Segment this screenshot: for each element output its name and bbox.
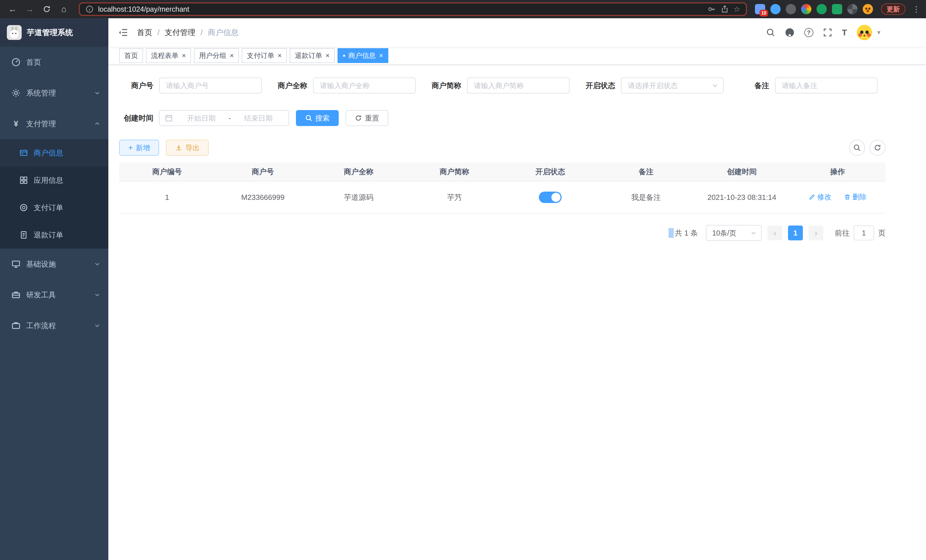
close-icon[interactable]: × [325,51,330,60]
filter-status: 开启状态 请选择开启状态 [581,77,723,94]
sidebar-item-system[interactable]: 系统管理 [0,77,108,108]
extension-icon-green-circle[interactable] [817,4,827,14]
filter-label: 商户号 [119,81,153,91]
close-icon[interactable]: × [182,51,186,60]
share-icon[interactable] [720,5,729,14]
sidebar-item-pay-orders[interactable]: 支付订单 [0,194,108,221]
search-icon[interactable] [766,28,775,37]
extension-icon-green-square[interactable] [832,4,842,14]
extension-icon-grid[interactable]: 10 [755,4,765,14]
sidebar-item-app-info[interactable]: 应用信息 [0,166,108,194]
page-number-button[interactable]: 1 [788,226,803,241]
refresh-table-button[interactable] [870,140,885,156]
link-label: 删除 [852,192,867,201]
filter-row-1: 商户号 商户全称 商户简称 开启状态 请选择开启状态 [119,77,885,94]
site-info-icon[interactable] [86,5,94,13]
user-avatar[interactable] [857,25,872,40]
close-icon[interactable]: × [230,51,234,60]
breadcrumb-payment[interactable]: 支付管理 [165,27,195,38]
extension-icon-gray[interactable] [786,4,796,14]
tab-refund-orders[interactable]: 退款订单 × [290,48,335,63]
tab-pay-orders[interactable]: 支付订单 × [242,48,287,63]
sidebar-item-label: 支付订单 [34,203,63,213]
full-name-input[interactable] [313,77,416,94]
extension-icon-pinwheel[interactable] [847,4,858,14]
sidebar-item-label: 系统管理 [26,88,88,98]
breadcrumb-current: 商户信息 [208,27,239,38]
tab-label: 首页 [124,51,138,60]
status-toggle[interactable] [539,192,561,203]
sidebar: 芋道管理系统 首页 系统管理 ¥ 支付管理 商户信息 [0,18,108,560]
bookmark-star-icon[interactable]: ☆ [734,5,740,14]
sidebar-item-label: 支付管理 [26,119,88,129]
github-icon[interactable] [785,28,794,37]
prev-page-button[interactable]: ‹ [767,226,782,241]
avatar-caret-icon[interactable]: ▾ [877,29,881,36]
cell-operations: 修改 删除 [790,182,885,213]
tab-home[interactable]: 首页 [119,48,143,63]
page-size-select[interactable]: 10条/页 [706,225,762,241]
date-separator: - [228,114,231,122]
goto-page-input[interactable] [853,226,874,241]
date-start-placeholder: 开始日期 [176,114,226,123]
address-bar[interactable]: localhost:1024/pay/merchant ☆ [79,2,747,16]
total-count: 共 1 条 [675,228,698,238]
button-label: 重置 [365,114,379,123]
delete-link[interactable]: 删除 [844,192,867,201]
show-search-toggle-button[interactable] [849,140,865,156]
password-key-icon[interactable] [707,5,716,14]
filter-label: 创建时间 [119,113,153,123]
browser-menu-icon[interactable]: ⋮ [912,5,920,14]
sidebar-item-merchant-info[interactable]: 商户信息 [0,139,108,166]
help-icon[interactable]: ? [804,28,813,37]
sidebar-item-workflow[interactable]: 工作流程 [0,310,108,341]
export-button[interactable]: 导出 [166,140,209,156]
search-button[interactable]: 搜索 [296,110,339,126]
col-header: 创建时间 [694,162,790,182]
chrome-update-button[interactable]: 更新 [881,3,905,15]
merchant-no-input[interactable] [159,77,262,94]
sidebar-item-dev-tools[interactable]: 研发工具 [0,279,108,310]
button-label: 导出 [185,143,200,153]
back-icon[interactable]: ← [6,2,20,16]
grid-icon [20,176,28,185]
close-icon[interactable]: × [278,51,282,60]
search-icon [853,144,861,152]
forward-icon[interactable]: → [23,2,36,16]
sidebar-item-payment[interactable]: ¥ 支付管理 [0,108,108,139]
date-range-picker[interactable]: 开始日期 - 结束日期 [159,110,289,126]
fullscreen-icon[interactable] [823,28,832,37]
tab-label: 商户信息 [348,51,376,60]
tab-merchant-info[interactable]: ● 商户信息 × [337,48,388,63]
status-select[interactable]: 请选择开启状态 [621,77,723,94]
reset-button[interactable]: 重置 [345,110,388,126]
tab-label: 流程表单 [151,51,179,60]
extension-icon-blue[interactable] [770,4,781,14]
chevron-up-icon [94,121,100,127]
edit-link[interactable]: 修改 [808,192,831,201]
dashboard-icon [11,58,21,67]
home-icon[interactable]: ⌂ [57,2,71,16]
sidebar-item-home[interactable]: 首页 [0,47,108,77]
table-toolbar: + 新增 导出 [119,140,885,156]
remark-input[interactable] [775,77,878,94]
next-page-button[interactable]: › [808,226,823,241]
sidebar-item-refund-orders[interactable]: 退款订单 [0,221,108,249]
breadcrumb-home[interactable]: 首页 [137,27,152,38]
extension-icon-multicolor[interactable] [801,4,811,14]
cell-merchant-no: M233666999 [215,182,311,213]
reload-icon[interactable] [40,2,54,16]
short-name-input[interactable] [467,77,570,94]
app-logo[interactable]: 芋道管理系统 [0,18,108,47]
add-button[interactable]: + 新增 [119,140,159,156]
tab-user-group[interactable]: 用户分组 × [194,48,239,63]
cell-status [502,182,598,213]
tab-process-form[interactable]: 流程表单 × [146,48,191,63]
profile-avatar-icon[interactable] [863,4,873,14]
briefcase-icon [11,321,21,330]
sidebar-item-infrastructure[interactable]: 基础设施 [0,249,108,279]
font-size-icon[interactable]: T [842,28,847,37]
close-icon[interactable]: × [379,51,383,60]
table-row: 1 M233666999 芋道源码 芋艿 我是备注 2021-10-23 08:… [119,182,885,213]
hamburger-icon[interactable] [118,27,128,38]
